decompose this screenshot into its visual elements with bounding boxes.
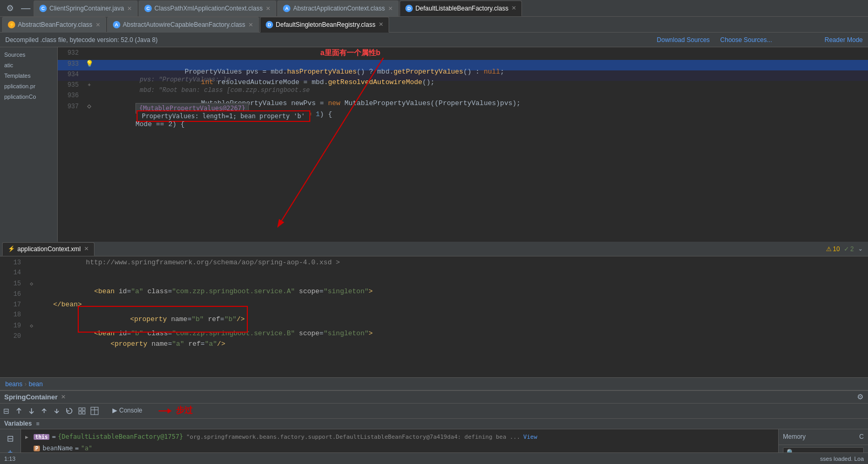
sidebar-sources[interactable]: Sources bbox=[0, 49, 57, 60]
tab-icon-3: A bbox=[283, 5, 290, 12]
memory-label: Memory bbox=[783, 433, 806, 440]
tab-default-listable[interactable]: D DefaultListableBeanFactory.class ✕ bbox=[400, 1, 522, 16]
second-tab-bar: ⚡ AbstractBeanFactory.class ✕ A Abstract… bbox=[0, 17, 868, 33]
memory-close-icon[interactable]: C bbox=[859, 433, 864, 440]
svg-marker-10 bbox=[168, 408, 172, 414]
tab-abstract-autowire[interactable]: A AbstractAutowireCapableBeanFactory.cla… bbox=[107, 17, 259, 33]
bottom-panel-tabs: ▶ Console bbox=[107, 404, 148, 418]
panel-header-actions: ⚙ bbox=[857, 393, 864, 401]
xml-line-13: 13 http://www.springframework.org/schema… bbox=[0, 259, 868, 269]
sidebar-app-co[interactable]: pplicationCo bbox=[0, 91, 57, 102]
p-badge-beanname: P bbox=[34, 446, 40, 451]
filter-icon[interactable]: ⊟ bbox=[0, 407, 13, 415]
sidebar-templates[interactable]: Templates bbox=[0, 70, 57, 81]
minimize-icon[interactable]: — bbox=[18, 3, 34, 14]
code-line-935: 935 + {MutablePropertyValues@2267} Prope… bbox=[58, 81, 868, 91]
memory-header: Memory C bbox=[779, 429, 868, 445]
reader-mode-link[interactable]: Reader Mode bbox=[824, 36, 863, 44]
status-bar: 1:13 sses loaded. Loa bbox=[0, 452, 868, 464]
settings-icon[interactable]: ⚙ bbox=[2, 3, 18, 13]
eval-icon bbox=[78, 407, 86, 415]
xml-tab[interactable]: ⚡ applicationContext.xml ✕ bbox=[2, 242, 95, 256]
xml-area: ⚡ applicationContext.xml ✕ ⚠ 10 ✓ 2 ⌄ 13… bbox=[0, 242, 868, 390]
toolbar-btn-table[interactable] bbox=[88, 405, 101, 417]
xml-line-14: 14 bbox=[0, 269, 868, 280]
panel-settings-icon[interactable]: ⚙ bbox=[857, 393, 864, 401]
bottom-filter-icon[interactable]: ⊟ bbox=[5, 431, 16, 446]
main-area: Sources atic Templates pplication.pr ppl… bbox=[0, 47, 868, 242]
left-sidebar: Sources atic Templates pplication.pr ppl… bbox=[0, 47, 58, 242]
toolbar-btn-down-into[interactable] bbox=[25, 405, 38, 417]
step-over-icon bbox=[40, 407, 48, 415]
spring-container-title: SpringContainer bbox=[4, 393, 58, 401]
close-tab-2[interactable]: ✕ bbox=[266, 5, 270, 12]
download-sources-link[interactable]: Download Sources bbox=[657, 36, 710, 44]
breadcrumb: beans › bean bbox=[0, 377, 868, 390]
variables-label: Variables bbox=[4, 420, 32, 427]
svg-rect-2 bbox=[79, 408, 81, 410]
step-up-icon bbox=[15, 407, 23, 415]
status-right: sses loaded. Loa bbox=[820, 456, 864, 462]
step-into-icon bbox=[27, 407, 36, 415]
toolbar-btn-restart[interactable] bbox=[63, 405, 76, 417]
breadcrumb-bean[interactable]: bean bbox=[29, 380, 43, 388]
code-line-933: 933 💡 PropertyValues pvs = mbd.hasProper… bbox=[58, 60, 868, 70]
spring-container-close[interactable]: ✕ bbox=[61, 394, 66, 400]
svg-rect-5 bbox=[82, 411, 85, 414]
console-tab[interactable]: ▶ Console bbox=[107, 404, 148, 418]
step-over-area: 步过 bbox=[156, 405, 193, 416]
variables-header-bar: Variables ≡ bbox=[0, 419, 868, 429]
toolbar-btn-step-out[interactable] bbox=[50, 405, 63, 417]
code-line-932: 932 bbox=[58, 49, 868, 60]
tab-abstract-bean[interactable]: ⚡ AbstractBeanFactory.class ✕ bbox=[2, 17, 106, 33]
sidebar-app-pr[interactable]: pplication.pr bbox=[0, 81, 57, 91]
close-stab-1[interactable]: ✕ bbox=[96, 22, 100, 28]
step-over-label: 步过 bbox=[176, 405, 193, 416]
close-stab-3[interactable]: ✕ bbox=[379, 21, 383, 28]
tab-icon-1: C bbox=[39, 5, 47, 12]
tab-classpath[interactable]: C ClassPathXmlApplicationContext.class ✕ bbox=[139, 1, 276, 16]
property-highlight-box: <property name="b" ref="b"/> bbox=[78, 306, 248, 333]
var-this-view[interactable]: View bbox=[524, 434, 538, 440]
status-position: 1:13 bbox=[4, 456, 15, 462]
sidebar-atic[interactable]: atic bbox=[0, 60, 57, 70]
xml-status-counts: ⚠ 10 ✓ 2 ⌄ bbox=[826, 245, 868, 253]
tab-abstract-app[interactable]: A AbstractApplicationContext.class ✕ bbox=[277, 1, 399, 16]
close-tab-4[interactable]: ✕ bbox=[511, 5, 516, 12]
code-editor-area: 932 933 💡 PropertyValues pvs = mbd.hasPr… bbox=[58, 47, 868, 242]
tab-icon-2: C bbox=[144, 5, 152, 12]
notification-links: Download Sources Choose Sources... Reade… bbox=[657, 36, 863, 44]
code-line-934: 934 int resolvedAutowireMode = mbd.getRe… bbox=[58, 70, 868, 81]
breadcrumb-beans[interactable]: beans bbox=[5, 380, 23, 388]
toolbar-btn-eval[interactable] bbox=[76, 405, 88, 417]
code-editor: 932 933 💡 PropertyValues pvs = mbd.hasPr… bbox=[58, 47, 868, 242]
notification-bar: Decompiled .class file, bytecode version… bbox=[0, 33, 868, 47]
close-xml-tab[interactable]: ✕ bbox=[84, 245, 89, 252]
xml-tab-icon: ⚡ bbox=[8, 245, 15, 252]
choose-sources-link[interactable]: Choose Sources... bbox=[720, 36, 772, 44]
console-icon: ▶ bbox=[112, 407, 117, 414]
tab-default-singleton[interactable]: D DefaultSingletonBeanRegistry.class ✕ bbox=[260, 17, 389, 33]
top-tab-bar: ⚙ — C ClientSpringContainer.java ✕ C Cla… bbox=[0, 0, 868, 17]
tab-icon-s3: D bbox=[266, 21, 273, 28]
toolbar-btn-up[interactable] bbox=[13, 405, 25, 417]
close-tab-3[interactable]: ✕ bbox=[388, 5, 393, 12]
tab-client-spring[interactable]: C ClientSpringContainer.java ✕ bbox=[34, 1, 138, 16]
step-out-icon bbox=[53, 407, 61, 415]
restart-icon bbox=[65, 407, 74, 415]
xml-tab-bar: ⚡ applicationContext.xml ✕ ⚠ 10 ✓ 2 ⌄ bbox=[0, 242, 868, 256]
decompiled-notice: Decompiled .class file, bytecode version… bbox=[5, 36, 158, 44]
bottom-toolbar-area: ⊟ ▶ Console bbox=[0, 404, 868, 419]
close-tab-1[interactable]: ✕ bbox=[127, 5, 132, 12]
collapse-icon[interactable]: ⌄ bbox=[858, 245, 863, 252]
tab-icon-4: D bbox=[405, 5, 413, 12]
check-count: ✓ 2 bbox=[844, 245, 854, 253]
svg-rect-4 bbox=[79, 411, 81, 414]
var-row-this: ▶ this = {DefaultListableBeanFactory@175… bbox=[21, 431, 778, 443]
lightbulb-icon[interactable]: 💡 bbox=[86, 60, 93, 68]
toolbar-btn-step-over[interactable] bbox=[38, 405, 50, 417]
close-stab-2[interactable]: ✕ bbox=[248, 22, 253, 28]
variables-options[interactable]: ≡ bbox=[36, 420, 39, 427]
bottom-panel-header: SpringContainer ✕ ⚙ bbox=[0, 391, 868, 404]
svg-rect-3 bbox=[82, 408, 85, 410]
